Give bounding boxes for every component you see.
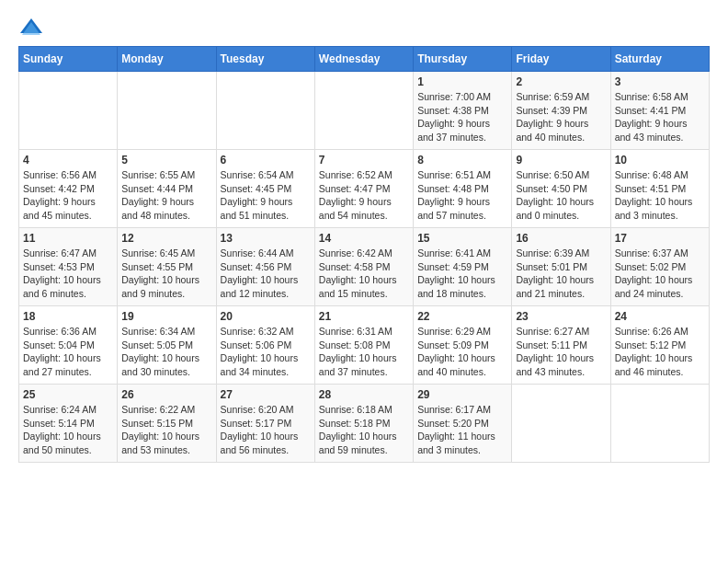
day-cell (216, 72, 314, 150)
day-cell (610, 385, 709, 463)
week-row-4: 18Sunrise: 6:36 AM Sunset: 5:04 PM Dayli… (19, 306, 710, 385)
col-header-tuesday: Tuesday (216, 47, 314, 72)
day-number: 12 (121, 232, 211, 245)
day-cell: 13Sunrise: 6:44 AM Sunset: 4:56 PM Dayli… (216, 228, 314, 306)
day-cell: 7Sunrise: 6:52 AM Sunset: 4:47 PM Daylig… (314, 150, 413, 228)
day-number: 8 (417, 154, 507, 167)
day-number: 15 (417, 232, 507, 245)
day-cell: 22Sunrise: 6:29 AM Sunset: 5:09 PM Dayli… (414, 306, 512, 385)
day-cell: 18Sunrise: 6:36 AM Sunset: 5:04 PM Dayli… (19, 306, 118, 385)
day-number: 24 (615, 310, 705, 323)
day-info: Sunrise: 6:54 AM Sunset: 4:45 PM Dayligh… (221, 168, 311, 223)
day-info: Sunrise: 6:32 AM Sunset: 5:06 PM Dayligh… (221, 325, 311, 379)
logo (18, 15, 48, 40)
day-info: Sunrise: 6:48 AM Sunset: 4:51 PM Dayligh… (615, 168, 705, 223)
day-cell: 21Sunrise: 6:31 AM Sunset: 5:08 PM Dayli… (314, 306, 413, 385)
day-cell: 29Sunrise: 6:17 AM Sunset: 5:20 PM Dayli… (414, 385, 512, 463)
day-number: 28 (319, 388, 409, 401)
calendar-table: SundayMondayTuesdayWednesdayThursdayFrid… (18, 46, 710, 463)
day-cell: 25Sunrise: 6:24 AM Sunset: 5:14 PM Dayli… (19, 385, 118, 463)
day-info: Sunrise: 6:55 AM Sunset: 4:44 PM Dayligh… (121, 168, 211, 223)
day-cell: 4Sunrise: 6:56 AM Sunset: 4:42 PM Daylig… (19, 150, 118, 228)
day-cell: 26Sunrise: 6:22 AM Sunset: 5:15 PM Dayli… (118, 385, 216, 463)
day-cell: 20Sunrise: 6:32 AM Sunset: 5:06 PM Dayli… (216, 306, 314, 385)
day-number: 9 (516, 154, 606, 167)
day-cell: 15Sunrise: 6:41 AM Sunset: 4:59 PM Dayli… (414, 228, 512, 306)
day-cell: 28Sunrise: 6:18 AM Sunset: 5:18 PM Dayli… (314, 385, 413, 463)
day-number: 14 (319, 232, 409, 245)
header (18, 15, 710, 40)
day-info: Sunrise: 6:51 AM Sunset: 4:48 PM Dayligh… (417, 168, 507, 223)
col-header-sunday: Sunday (19, 47, 118, 72)
day-info: Sunrise: 6:41 AM Sunset: 4:59 PM Dayligh… (417, 247, 507, 301)
day-number: 1 (417, 75, 507, 88)
day-number: 10 (615, 154, 705, 167)
day-number: 21 (319, 310, 409, 323)
day-info: Sunrise: 6:29 AM Sunset: 5:09 PM Dayligh… (417, 325, 507, 379)
day-cell: 6Sunrise: 6:54 AM Sunset: 4:45 PM Daylig… (216, 150, 314, 228)
day-number: 18 (23, 310, 113, 323)
day-info: Sunrise: 6:27 AM Sunset: 5:11 PM Dayligh… (516, 325, 606, 379)
day-number: 29 (417, 388, 507, 401)
day-info: Sunrise: 6:56 AM Sunset: 4:42 PM Dayligh… (23, 168, 113, 223)
col-header-saturday: Saturday (610, 47, 709, 72)
day-cell: 1Sunrise: 7:00 AM Sunset: 4:38 PM Daylig… (414, 72, 512, 150)
day-cell (19, 72, 118, 150)
day-info: Sunrise: 6:37 AM Sunset: 5:02 PM Dayligh… (615, 247, 705, 301)
day-info: Sunrise: 6:42 AM Sunset: 4:58 PM Dayligh… (319, 247, 409, 301)
day-number: 22 (417, 310, 507, 323)
day-number: 20 (221, 310, 311, 323)
day-cell: 11Sunrise: 6:47 AM Sunset: 4:53 PM Dayli… (19, 228, 118, 306)
day-info: Sunrise: 6:47 AM Sunset: 4:53 PM Dayligh… (23, 247, 113, 301)
day-cell: 2Sunrise: 6:59 AM Sunset: 4:39 PM Daylig… (512, 72, 610, 150)
day-info: Sunrise: 6:58 AM Sunset: 4:41 PM Dayligh… (615, 90, 705, 144)
day-info: Sunrise: 6:44 AM Sunset: 4:56 PM Dayligh… (221, 247, 311, 301)
day-info: Sunrise: 6:24 AM Sunset: 5:14 PM Dayligh… (23, 403, 113, 457)
col-header-wednesday: Wednesday (314, 47, 413, 72)
day-number: 26 (121, 388, 211, 401)
day-number: 16 (516, 232, 606, 245)
header-row: SundayMondayTuesdayWednesdayThursdayFrid… (19, 47, 710, 72)
day-number: 11 (23, 232, 113, 245)
day-info: Sunrise: 7:00 AM Sunset: 4:38 PM Dayligh… (417, 90, 507, 144)
col-header-friday: Friday (512, 47, 610, 72)
logo-icon (18, 15, 44, 40)
day-number: 5 (121, 154, 211, 167)
day-number: 6 (221, 154, 311, 167)
day-number: 27 (221, 388, 311, 401)
col-header-thursday: Thursday (414, 47, 512, 72)
day-info: Sunrise: 6:39 AM Sunset: 5:01 PM Dayligh… (516, 247, 606, 301)
day-info: Sunrise: 6:22 AM Sunset: 5:15 PM Dayligh… (121, 403, 211, 457)
day-cell: 12Sunrise: 6:45 AM Sunset: 4:55 PM Dayli… (118, 228, 216, 306)
day-number: 2 (516, 75, 606, 88)
day-cell: 27Sunrise: 6:20 AM Sunset: 5:17 PM Dayli… (216, 385, 314, 463)
day-info: Sunrise: 6:31 AM Sunset: 5:08 PM Dayligh… (319, 325, 409, 379)
week-row-3: 11Sunrise: 6:47 AM Sunset: 4:53 PM Dayli… (19, 228, 710, 306)
day-cell (314, 72, 413, 150)
day-cell: 10Sunrise: 6:48 AM Sunset: 4:51 PM Dayli… (610, 150, 709, 228)
day-cell: 8Sunrise: 6:51 AM Sunset: 4:48 PM Daylig… (414, 150, 512, 228)
day-cell (118, 72, 216, 150)
day-number: 23 (516, 310, 606, 323)
week-row-5: 25Sunrise: 6:24 AM Sunset: 5:14 PM Dayli… (19, 385, 710, 463)
day-cell: 9Sunrise: 6:50 AM Sunset: 4:50 PM Daylig… (512, 150, 610, 228)
day-cell: 14Sunrise: 6:42 AM Sunset: 4:58 PM Dayli… (314, 228, 413, 306)
day-info: Sunrise: 6:36 AM Sunset: 5:04 PM Dayligh… (23, 325, 113, 379)
day-info: Sunrise: 6:26 AM Sunset: 5:12 PM Dayligh… (615, 325, 705, 379)
day-info: Sunrise: 6:59 AM Sunset: 4:39 PM Dayligh… (516, 90, 606, 144)
day-info: Sunrise: 6:20 AM Sunset: 5:17 PM Dayligh… (221, 403, 311, 457)
day-cell: 17Sunrise: 6:37 AM Sunset: 5:02 PM Dayli… (610, 228, 709, 306)
day-cell: 23Sunrise: 6:27 AM Sunset: 5:11 PM Dayli… (512, 306, 610, 385)
day-info: Sunrise: 6:17 AM Sunset: 5:20 PM Dayligh… (417, 403, 507, 457)
day-number: 7 (319, 154, 409, 167)
day-info: Sunrise: 6:18 AM Sunset: 5:18 PM Dayligh… (319, 403, 409, 457)
day-number: 25 (23, 388, 113, 401)
day-cell: 24Sunrise: 6:26 AM Sunset: 5:12 PM Dayli… (610, 306, 709, 385)
day-number: 4 (23, 154, 113, 167)
day-info: Sunrise: 6:52 AM Sunset: 4:47 PM Dayligh… (319, 168, 409, 223)
day-cell: 3Sunrise: 6:58 AM Sunset: 4:41 PM Daylig… (610, 72, 709, 150)
day-cell: 5Sunrise: 6:55 AM Sunset: 4:44 PM Daylig… (118, 150, 216, 228)
day-number: 13 (221, 232, 311, 245)
day-number: 3 (615, 75, 705, 88)
day-cell: 19Sunrise: 6:34 AM Sunset: 5:05 PM Dayli… (118, 306, 216, 385)
